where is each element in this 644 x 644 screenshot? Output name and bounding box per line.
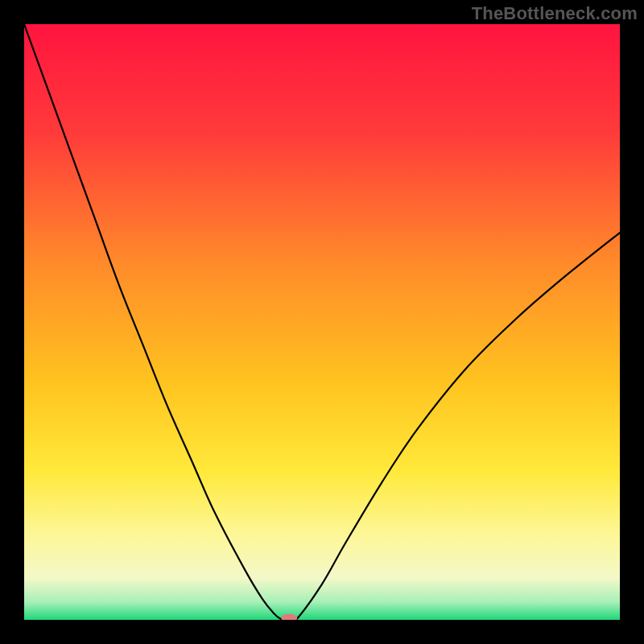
chart-frame: { "watermark": "TheBottleneck.com", "cha…: [0, 0, 644, 644]
gradient-background: [24, 24, 620, 620]
watermark-text: TheBottleneck.com: [472, 3, 638, 24]
minimum-marker: [281, 614, 297, 622]
bottleneck-chart: [0, 0, 644, 644]
